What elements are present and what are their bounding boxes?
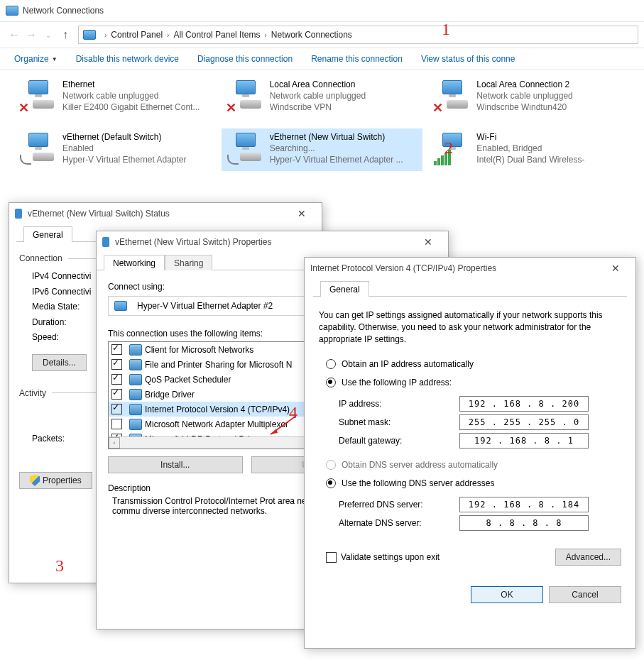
up-button[interactable]: ↑ [57,28,74,41]
scroll-left-button[interactable]: ‹ [109,437,120,449]
close-button[interactable]: ✕ [601,258,630,279]
section-header: Activity [19,388,46,398]
preferred-dns-input[interactable]: 192 . 168 . 8 . 184 [459,497,589,512]
checkbox[interactable] [111,419,122,429]
connection-item-lac2[interactable]: ✕ Local Area Connection 2 Network cable … [428,76,630,119]
recent-dropdown[interactable]: ⌄ [40,31,57,39]
intro-text: You can get IP settings assigned automat… [319,309,621,345]
ipv4-body: You can get IP settings assigned automat… [305,297,635,612]
breadcrumb[interactable]: › Control Panel › All Control Panel Item… [78,26,638,44]
component-label: Bridge Driver [145,390,195,400]
section-header: Connection [19,253,62,263]
tab-networking[interactable]: Networking [104,255,165,270]
component-label: Client for Microsoft Networks [145,345,253,355]
dns1-label: Preferred DNS server: [339,500,459,510]
breadcrumb-item[interactable]: All Control Panel Items [173,30,260,40]
radio-label: Use the following DNS server addresses [342,478,494,488]
connection-device: Windscribe Windtun420 [476,101,572,113]
adapter-mini-icon [114,301,127,311]
checkbox[interactable] [111,359,122,370]
subnet-mask-input[interactable]: 255 . 255 . 255 . 0 [459,414,589,430]
disable-device-button[interactable]: Disable this network device [76,54,179,64]
connection-device: Windscribe VPN [270,101,366,113]
connection-item-lac[interactable]: ✕ Local Area Connection Network cable un… [222,76,423,119]
connection-status: Enabled, Bridged [476,143,584,154]
network-icon [6,6,18,16]
connection-device: Killer E2400 Gigabit Ethernet Cont... [62,101,200,113]
annotation-4: 4 [289,403,298,422]
unplugged-x-icon: ✕ [432,100,443,116]
properties-label: Properties [43,475,82,485]
radio-auto-dns: Obtain DNS server address automatically [319,456,621,474]
validate-checkbox[interactable]: Validate settings upon exit [319,552,440,563]
details-button[interactable]: Details... [32,354,87,371]
ok-button[interactable]: OK [471,586,543,603]
connection-item-ethernet[interactable]: ✕ Ethernet Network cable unplugged Kille… [14,76,216,119]
component-icon [129,419,142,430]
component-icon [129,374,142,385]
breadcrumb-item[interactable]: Control Panel [111,30,163,40]
connection-name: Local Area Connection [270,79,366,90]
checkbox[interactable] [111,389,122,400]
alternate-dns-input[interactable]: 8 . 8 . 8 . 8 [459,515,589,531]
close-button[interactable]: ✕ [414,231,442,253]
chevron-right-icon: › [264,31,266,39]
annotation-1: 1 [442,20,450,39]
navigation-row: ← → ⌄ ↑ › Control Panel › All Control Pa… [0,21,644,48]
connection-item-vethernet-new[interactable]: vEthernet (New Virtual Switch) Searching… [222,128,423,171]
connection-status: Network cable unplugged [476,90,572,101]
back-button[interactable]: ← [6,28,23,41]
ip-label: IP address: [339,399,459,409]
checkbox[interactable] [111,344,122,355]
close-button[interactable]: ✕ [288,203,316,224]
connection-name: vEthernet (New Virtual Switch) [270,131,403,143]
chevron-right-icon: › [104,31,107,39]
connection-item-vethernet-default[interactable]: vEthernet (Default Switch) Enabled Hyper… [14,128,216,171]
ipv4-tabs: General [313,279,627,297]
ip-address-input[interactable]: 192 . 168 . 8 . 200 [459,396,589,412]
advanced-button[interactable]: Advanced... [555,549,621,566]
connection-name: Wi-Fi [476,131,584,143]
properties-button[interactable]: Properties [19,472,92,489]
component-icon [129,389,142,400]
organize-menu[interactable]: Organize ▼ [14,54,58,64]
tab-sharing[interactable]: Sharing [165,255,212,270]
rename-button[interactable]: Rename this connection [311,54,403,64]
checkbox[interactable] [111,374,122,385]
adapter-icon: ✕ [432,79,469,114]
tab-general[interactable]: General [23,226,72,242]
breadcrumb-item[interactable]: Network Connections [271,30,352,40]
connection-item-wifi[interactable]: Wi-Fi Enabled, Bridged Intel(R) Dual Ban… [428,128,630,171]
tab-general[interactable]: General [320,281,369,297]
connection-name: Local Area Connection 2 [476,79,572,90]
radio-auto-ip[interactable]: Obtain an IP address automatically [319,355,621,373]
breadcrumb-icon [83,30,96,40]
adapter-name: Hyper-V Virtual Ethernet Adapter #2 [137,301,273,311]
connection-device: Hyper-V Virtual Ethernet Adapter [62,154,187,165]
connection-device: Intel(R) Dual Band Wireless- [476,154,584,165]
radio-label: Obtain an IP address automatically [342,359,474,369]
connection-status: Searching... [270,143,403,154]
radio-use-dns[interactable]: Use the following DNS server addresses [319,474,621,493]
window-titlebar: Network Connections [0,0,644,21]
connection-name: Ethernet [62,79,200,90]
adapter-icon: ✕ [18,79,55,114]
adapter-icon: ✕ [226,79,263,114]
ipv4-titlebar: Internet Protocol Version 4 (TCP/IPv4) P… [305,258,635,279]
radio-icon [326,378,336,387]
forward-button[interactable]: → [23,28,40,41]
properties-titlebar: vEthernet (New Virtual Switch) Propertie… [97,231,448,253]
view-status-button[interactable]: View status of this conne [421,54,515,64]
checkbox[interactable] [111,404,122,414]
component-icon [129,404,142,415]
radio-use-ip[interactable]: Use the following IP address: [319,373,621,392]
default-gateway-input[interactable]: 192 . 168 . 8 . 1 [459,433,589,449]
install-button[interactable]: Install... [108,456,243,473]
network-connections-window: Network Connections ← → ⌄ ↑ › Control Pa… [0,0,644,195]
connection-device: Hyper-V Virtual Ethernet Adapter ... [270,154,403,165]
status-title: vEthernet (New Virtual Switch) Status [28,209,170,219]
cancel-button[interactable]: Cancel [549,586,621,603]
annotation-3: 3 [55,556,64,576]
component-label: QoS Packet Scheduler [145,375,231,385]
diagnose-button[interactable]: Diagnose this connection [197,54,293,64]
